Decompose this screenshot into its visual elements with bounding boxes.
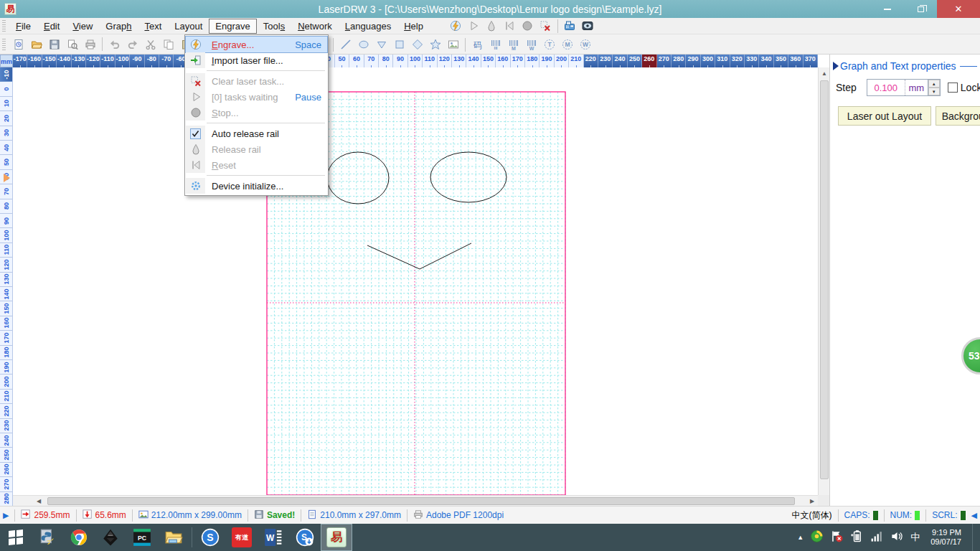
print-preview-button[interactable] — [63, 36, 81, 52]
save-file-button[interactable] — [45, 36, 63, 52]
menu-item-label: Stop... — [205, 108, 327, 118]
circle-text-m-tool-button[interactable]: M — [558, 37, 576, 53]
preview-monitor-button[interactable] — [579, 18, 597, 34]
show-desktop-button[interactable] — [972, 524, 976, 551]
star-tool-button[interactable] — [426, 37, 444, 53]
run-task-button[interactable] — [465, 18, 483, 34]
barcode-tool-button[interactable]: 码 — [468, 37, 486, 53]
menu-edit[interactable]: Edit — [37, 19, 66, 34]
menu-file[interactable]: File — [9, 19, 37, 34]
menu-help[interactable]: Help — [397, 19, 430, 34]
system-tray: ▲ 中 9:19 PM 09/07/17 — [797, 524, 980, 551]
taskbar-sogou-app[interactable]: S — [194, 524, 226, 551]
spin-down-icon[interactable]: ▼ — [928, 88, 940, 95]
menu-tools[interactable]: Tools — [257, 19, 291, 34]
taskbar-laserdrw-app[interactable]: 易 — [321, 524, 352, 551]
taskbar-inkscape-app[interactable] — [95, 524, 126, 551]
reset-button[interactable] — [501, 18, 519, 34]
open-file-button[interactable] — [27, 36, 45, 52]
cut-button[interactable] — [141, 36, 159, 52]
menu-item-device-initialize[interactable]: Device initialize... — [186, 178, 327, 194]
print-button[interactable] — [81, 36, 99, 52]
menu-text[interactable]: Text — [138, 19, 168, 34]
spin-up-icon[interactable]: ▲ — [928, 80, 940, 88]
barcode-w-tool-button[interactable]: W — [522, 37, 540, 53]
menu-graph[interactable]: Graph — [99, 19, 138, 34]
lock-checkbox[interactable] — [948, 83, 958, 93]
statusbar-expand-icon[interactable]: ▶ — [0, 511, 11, 520]
ime-indicator[interactable]: 中文(简体) — [789, 509, 835, 522]
barcode-lines-tool-button[interactable]: III — [486, 37, 504, 53]
circle-text-t-tool-button[interactable]: T — [540, 37, 558, 53]
scroll-left-arrow[interactable]: ◀ — [33, 496, 44, 507]
menu-view[interactable]: View — [66, 19, 99, 34]
diamond-tool-button[interactable] — [408, 37, 426, 53]
menu-item-release-rail[interactable]: Release rail — [186, 141, 327, 157]
menu-engrave[interactable]: Engrave — [209, 19, 256, 34]
menu-item-auto-release-rail[interactable]: Auto release rail — [186, 126, 327, 141]
background-button[interactable]: Background — [936, 106, 980, 126]
ime-tray-glyph[interactable]: 中 — [910, 531, 920, 544]
redo-button[interactable] — [123, 36, 141, 52]
menu-item-engrave[interactable]: Engrave...Space — [186, 37, 327, 52]
copy-button[interactable] — [159, 36, 177, 52]
hruler-tick: 330 — [745, 55, 759, 67]
triangle-tool-button[interactable] — [372, 37, 390, 53]
menu-layout[interactable]: Layout — [168, 19, 209, 34]
ellipse-tool-button[interactable] — [354, 37, 372, 53]
engrave-button[interactable] — [447, 18, 465, 34]
taskbar-explorer-app[interactable] — [158, 524, 189, 551]
line-tool-button[interactable] — [336, 37, 354, 53]
release-rail-button[interactable] — [483, 18, 501, 34]
menu-languages[interactable]: Languages — [339, 19, 397, 34]
taskbar-start-button[interactable] — [0, 524, 32, 551]
clock[interactable]: 9:19 PM 09/07/17 — [926, 528, 966, 547]
rectangle-tool-button[interactable] — [390, 37, 408, 53]
taskbar-pycharm-app[interactable]: PC — [126, 524, 158, 551]
menu-item-tasks-waiting[interactable]: [0] tasks waitingPause — [186, 89, 327, 105]
action-center-icon[interactable] — [830, 529, 844, 546]
menu-item-import-laser-file[interactable]: Import laser file... — [186, 52, 327, 68]
hruler-tick: 100 — [408, 55, 423, 67]
scroll-up-arrow[interactable]: ▲ — [819, 67, 830, 79]
battery-icon[interactable] — [850, 529, 864, 546]
step-value[interactable]: 0.100 — [867, 80, 905, 95]
clear-task-button[interactable] — [537, 18, 555, 34]
taskbar-sogou-download-app[interactable]: S — [289, 524, 321, 551]
horizontal-scroll-thumb[interactable] — [47, 497, 795, 505]
menu-separator — [207, 70, 325, 71]
taskbar-python-app[interactable] — [32, 524, 63, 551]
panel-collapse-arrow-icon[interactable] — [833, 62, 839, 70]
undo-button[interactable] — [105, 36, 123, 52]
circle-text-w-tool-button[interactable]: W — [576, 37, 594, 53]
menu-item-reset[interactable]: Reset — [186, 157, 327, 173]
stop-button[interactable] — [519, 18, 537, 34]
laser-out-layout-button[interactable]: Laser out Layout — [838, 106, 931, 126]
taskbar-chrome-app[interactable] — [63, 524, 95, 551]
volume-icon[interactable] — [890, 529, 904, 546]
drawing-canvas[interactable] — [13, 67, 818, 495]
vertical-scrollbar[interactable]: ▲ ▼ — [818, 67, 829, 506]
step-input[interactable]: 0.100 mm ▲▼ — [867, 79, 941, 96]
hruler-tick: 180 — [525, 55, 540, 67]
drawn-ellipse[interactable] — [430, 152, 507, 202]
menu-item-stop[interactable]: Stop... — [186, 105, 327, 121]
antivirus-tray-icon[interactable] — [810, 529, 824, 546]
device-network-button[interactable] — [561, 18, 579, 34]
barcode-m-tool-button[interactable]: M — [504, 37, 522, 53]
open-icon — [31, 39, 42, 50]
vertical-scroll-thumb[interactable] — [820, 80, 829, 479]
statusbar-collapse-icon[interactable]: ◀ — [969, 511, 980, 520]
tray-expand-icon[interactable]: ▲ — [797, 534, 804, 541]
num-led — [915, 511, 920, 520]
picture-tool-button[interactable] — [444, 37, 462, 53]
step-spinner[interactable]: ▲▼ — [928, 80, 940, 95]
network-signal-icon[interactable] — [870, 529, 884, 546]
menu-network[interactable]: Network — [291, 19, 339, 34]
new-document-button[interactable] — [9, 36, 27, 52]
taskbar-youdao-app[interactable]: 有道 — [226, 524, 258, 551]
menu-item-clear-laser-task[interactable]: Clear laser task... — [186, 73, 327, 89]
scroll-right-arrow[interactable]: ▶ — [806, 496, 818, 507]
horizontal-scrollbar[interactable]: ◀ ▶ — [13, 495, 818, 506]
taskbar-word-app[interactable]: W — [258, 524, 289, 551]
